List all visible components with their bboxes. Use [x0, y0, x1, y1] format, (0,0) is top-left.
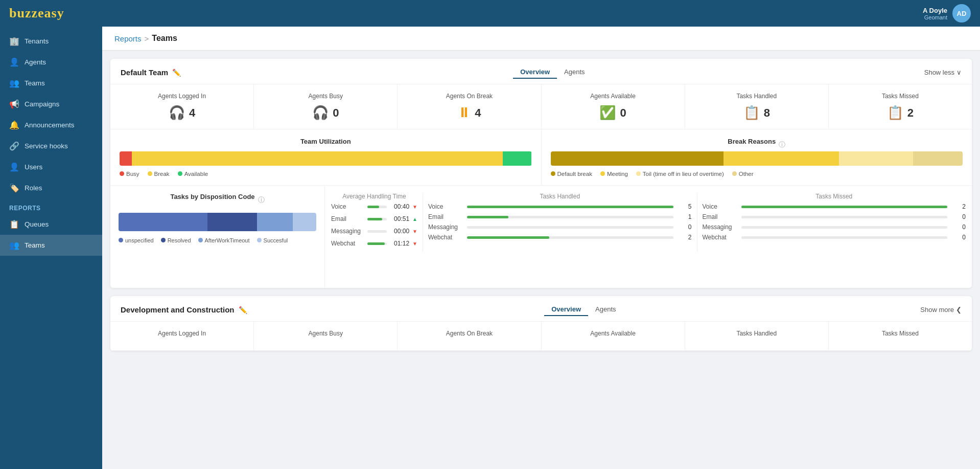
avatar: AD: [952, 4, 971, 23]
queues-icon: 📋: [9, 219, 19, 229]
topbar: buzzeasy A Doyle Geomant AD: [0, 0, 980, 27]
avg-email-label: Email: [331, 215, 364, 222]
stat-handled: Tasks Handled 📋 8: [685, 84, 829, 129]
stat-missed-value: 2: [907, 106, 914, 120]
team1-toggle[interactable]: Show less ∨: [924, 69, 962, 76]
stat-available-value: 0: [620, 106, 626, 120]
tasks-handled-title: Tasks Handled: [428, 193, 692, 200]
team1-tab-agents[interactable]: Agents: [557, 66, 592, 79]
busy-legend: Busy: [120, 171, 139, 177]
avg-row-webchat: Webchat 01:12 ▼: [331, 240, 417, 247]
team2-toggle[interactable]: Show more ❮: [920, 306, 962, 314]
team2-stat-missed-label: Tasks Missed: [834, 330, 967, 337]
team2-stat-break: Agents On Break: [398, 322, 541, 350]
stat-break-value: 4: [475, 106, 481, 120]
break-reasons-info-icon[interactable]: ⓘ: [779, 140, 785, 149]
avg-voice-time: 00:40: [390, 203, 409, 210]
team2-name: Development and Construction ✏️: [121, 305, 247, 314]
team1-break-reasons: Break Reasons ⓘ Default break Meeting: [542, 129, 972, 185]
break-toil-segment: [839, 151, 913, 166]
default-break-legend: Default break: [551, 171, 592, 177]
stat-logged-in-value: 4: [189, 106, 195, 120]
avg-messaging-arrow: ▼: [412, 229, 417, 234]
team1-edit-icon[interactable]: ✏️: [172, 69, 181, 77]
user-name: A Doyle: [923, 7, 947, 14]
toil-legend: Toil (time off in lieu of overtime): [636, 171, 724, 177]
team2-stat-handled: Tasks Handled: [685, 322, 829, 350]
service-hooks-icon: 🔗: [9, 141, 19, 151]
avg-webchat-time: 01:12: [390, 240, 409, 247]
other-legend: Other: [732, 171, 754, 177]
busy-icon: 🎧: [312, 105, 329, 121]
sidebar-item-teams-report[interactable]: 👥 Teams: [0, 235, 102, 256]
resolved-legend: Resolved: [161, 237, 191, 243]
stat-missed: Tasks Missed 📋 2: [829, 84, 972, 129]
util-break-segment: [132, 151, 503, 166]
avg-voice-label: Voice: [331, 203, 364, 210]
users-icon: 👤: [9, 162, 19, 172]
missed-webchat-row: Webchat 0: [703, 234, 966, 241]
stat-break-label: Agents On Break: [403, 93, 535, 100]
break-reasons-title: Break Reasons: [728, 138, 776, 145]
team1-media: Average Handling Time Voice 00:40 ▼ Emai…: [325, 186, 972, 288]
sidebar-item-campaigns[interactable]: 📢 Campaigns: [0, 94, 102, 115]
stat-logged-in-label: Agents Logged In: [115, 93, 248, 100]
team1-tab-overview[interactable]: Overview: [513, 66, 557, 79]
tenants-icon: 🏢: [9, 36, 19, 46]
stat-available-label: Agents Available: [547, 93, 680, 100]
break-default-segment: [551, 151, 724, 166]
tasks-handled-table: Tasks Handled Voice 5 Email 1: [428, 193, 697, 252]
team2-tab-agents[interactable]: Agents: [588, 303, 623, 316]
teams-report-icon: 👥: [9, 240, 19, 250]
sidebar-item-tenants[interactable]: 🏢 Tenants: [0, 31, 102, 52]
team2-tab-overview[interactable]: Overview: [544, 303, 588, 316]
stat-available: Agents Available ✅ 0: [542, 84, 685, 129]
stat-busy-value: 0: [333, 106, 339, 120]
sidebar-item-users[interactable]: 👤 Users: [0, 157, 102, 177]
avg-voice-arrow: ▼: [412, 204, 417, 210]
chevron-down-icon: ∨: [956, 69, 962, 76]
team2-stats-row: Agents Logged In Agents Busy Agents On B…: [110, 322, 972, 351]
avg-row-email: Email 00:51 ▲: [331, 215, 417, 222]
stat-handled-label: Tasks Handled: [690, 93, 823, 100]
dispo-successful-segment: [293, 213, 316, 231]
break-meeting-segment: [724, 151, 839, 166]
break-other-segment: [913, 151, 963, 166]
break-icon: ⏸: [457, 105, 471, 121]
handled-email-row: Email 1: [428, 213, 692, 220]
team1-name: Default Team ✏️: [121, 68, 181, 77]
avg-messaging-time: 00:00: [390, 228, 409, 235]
stat-logged-in: Agents Logged In 🎧 4: [110, 84, 254, 129]
disposition-legend: unspecified Resolved AfterWorkTimeout Su…: [119, 237, 316, 243]
sidebar-item-roles[interactable]: 🏷️ Roles: [0, 177, 102, 198]
team1-disposition: Tasks by Disposition Code ⓘ: [110, 186, 325, 288]
afterwork-legend: AfterWorkTimeout: [198, 237, 250, 243]
media-tables: Average Handling Time Voice 00:40 ▼ Emai…: [331, 193, 966, 252]
disposition-info-icon[interactable]: ⓘ: [258, 195, 265, 205]
dispo-afterwork-segment: [257, 213, 293, 231]
team1-header: Default Team ✏️ Overview Agents Show les…: [110, 59, 972, 84]
team2-card: Development and Construction ✏️ Overview…: [110, 296, 972, 351]
tasks-missed-title: Tasks Missed: [703, 193, 966, 200]
sidebar-item-service-hooks[interactable]: 🔗 Service hooks: [0, 136, 102, 157]
team2-stat-available: Agents Available: [542, 322, 685, 350]
disposition-bar: [119, 213, 316, 231]
successful-legend: Succesful: [257, 237, 288, 243]
sidebar-item-teams[interactable]: 👥 Teams: [0, 73, 102, 94]
unspecified-legend: unspecified: [119, 237, 154, 243]
sidebar-item-agents[interactable]: 👤 Agents: [0, 52, 102, 73]
missed-icon: 📋: [887, 105, 903, 121]
team1-card: Default Team ✏️ Overview Agents Show les…: [110, 59, 972, 288]
chevron-right-icon: ❮: [956, 306, 962, 314]
sidebar-item-queues[interactable]: 📋 Queues: [0, 214, 102, 235]
tasks-missed-table: Tasks Missed Voice 2 Email 0: [703, 193, 966, 252]
logged-in-icon: 🎧: [169, 105, 185, 121]
stat-missed-label: Tasks Missed: [834, 93, 967, 100]
breadcrumb-parent[interactable]: Reports: [114, 34, 142, 43]
team2-stat-break-label: Agents On Break: [403, 330, 535, 337]
team2-stat-logged-in-label: Agents Logged In: [115, 330, 248, 337]
handled-webchat-row: Webchat 2: [428, 234, 692, 241]
sidebar-item-announcements[interactable]: 🔔 Announcements: [0, 115, 102, 136]
stat-busy: Agents Busy 🎧 0: [254, 84, 398, 129]
team2-edit-icon[interactable]: ✏️: [239, 306, 247, 314]
